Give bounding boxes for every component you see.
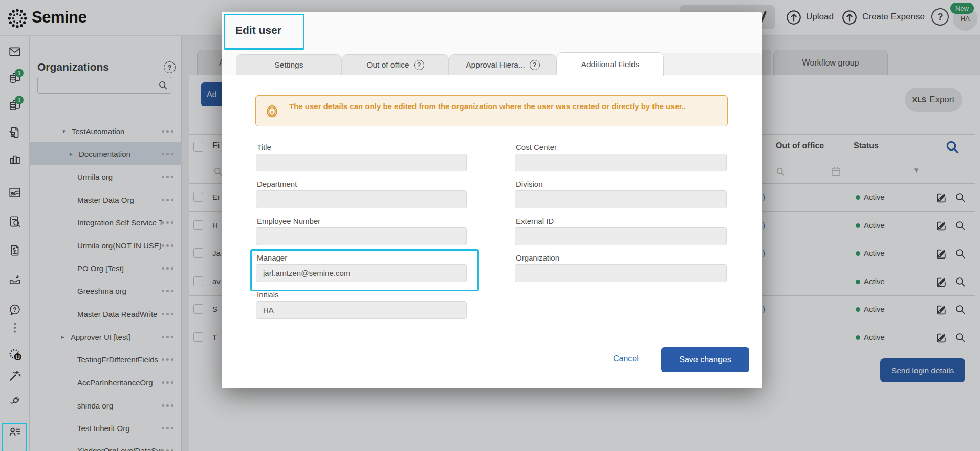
- organization-label: Organization: [516, 253, 559, 262]
- modal-tab-approval-hierarchy[interactable]: Approval Hiera...?: [449, 54, 557, 75]
- modal-tab-settings[interactable]: Settings: [236, 54, 342, 75]
- initials-field[interactable]: [256, 301, 467, 319]
- edit-user-modal: Edit user Settings Out of office? Approv…: [222, 12, 762, 388]
- manager-label: Manager: [257, 253, 287, 262]
- department-field[interactable]: [256, 190, 467, 208]
- employee-number-field[interactable]: [256, 227, 467, 245]
- cost-center-field[interactable]: [515, 154, 727, 171]
- tabstrip-filler: [664, 53, 762, 75]
- app-root: Semine Upload Create Expense ? HA New 1 …: [0, 0, 980, 451]
- cancel-button[interactable]: Cancel: [613, 354, 639, 363]
- save-changes-button[interactable]: Save changes: [661, 347, 749, 372]
- employee-number-label: Employee Number: [257, 217, 320, 225]
- division-label: Division: [516, 180, 543, 188]
- tab-help-icon[interactable]: ?: [530, 60, 540, 70]
- manager-field[interactable]: [256, 264, 467, 282]
- warning-text: The user details can only be edited from…: [289, 101, 699, 112]
- modal-title: Edit user: [235, 24, 281, 36]
- modal-tab-out-of-office[interactable]: Out of office?: [342, 54, 449, 75]
- tab-help-icon[interactable]: ?: [414, 60, 424, 70]
- title-label: Title: [257, 143, 271, 152]
- department-label: Department: [257, 180, 297, 188]
- title-field[interactable]: [256, 154, 467, 171]
- organization-field[interactable]: [515, 264, 727, 282]
- initials-label: Initials: [257, 290, 279, 299]
- cost-center-label: Cost Center: [516, 143, 557, 152]
- external-id-label: External ID: [516, 217, 554, 225]
- external-id-field[interactable]: [515, 227, 727, 245]
- modal-tab-additional-fields[interactable]: Additional Fields: [557, 52, 664, 76]
- warning-banner: The user details can only be edited from…: [255, 95, 728, 126]
- info-icon: [265, 104, 279, 118]
- division-field[interactable]: [515, 190, 727, 208]
